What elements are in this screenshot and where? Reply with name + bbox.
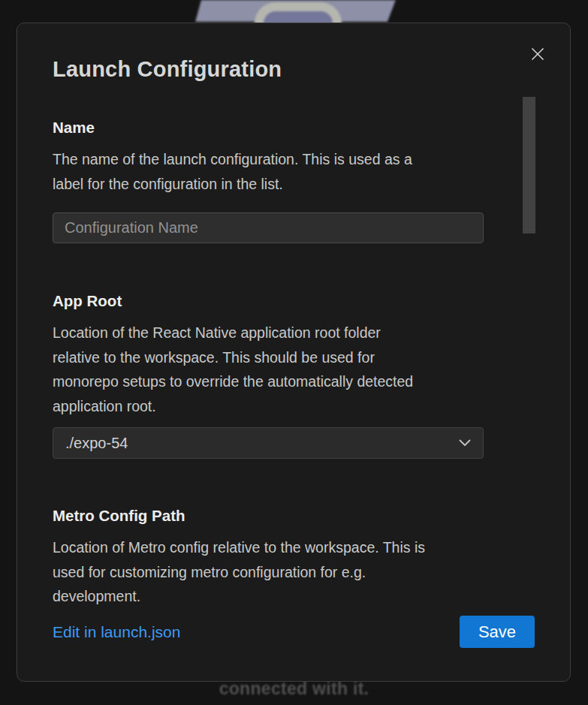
description-line: Location of the React Native application… xyxy=(53,321,484,345)
description-line: monorepo setups to override the automati… xyxy=(53,369,484,394)
section-heading-metro-config-path: Metro Config Path xyxy=(53,505,484,526)
section-description-app-root: Location of the React Native application… xyxy=(53,321,484,418)
chevron-down-icon xyxy=(459,439,471,447)
description-line: development. xyxy=(53,584,484,609)
description-line: label for the configuration in the list. xyxy=(53,172,484,197)
app-root-select[interactable]: ./expo-54 xyxy=(53,427,484,459)
configuration-name-input[interactable] xyxy=(53,212,484,243)
description-line: The name of the launch configuration. Th… xyxy=(53,147,484,172)
section-heading-app-root: App Root xyxy=(53,291,484,312)
close-icon xyxy=(530,47,545,62)
scrollbar-thumb[interactable] xyxy=(523,97,535,233)
description-line: used for customizing metro configuration… xyxy=(53,560,484,585)
background-overflow-text: connected with it. xyxy=(0,679,588,699)
close-button[interactable] xyxy=(528,44,547,64)
description-line: relative to the workspace. This should b… xyxy=(53,345,484,370)
description-line: Location of Metro config relative to the… xyxy=(53,535,484,560)
save-button[interactable]: Save xyxy=(460,616,535,648)
launch-configuration-dialog: Launch Configuration Name The name of th… xyxy=(17,23,571,682)
section-heading-name: Name xyxy=(53,117,484,138)
description-line: application root. xyxy=(53,394,484,419)
edit-in-launch-json-link[interactable]: Edit in launch.json xyxy=(53,623,180,641)
section-description-metro-config-path: Location of Metro config relative to the… xyxy=(53,535,484,609)
dialog-footer: Edit in launch.json Save xyxy=(53,616,535,648)
section-description-name: The name of the launch configuration. Th… xyxy=(53,147,484,196)
app-root-select-value: ./expo-54 xyxy=(65,435,128,452)
dialog-title: Launch Configuration xyxy=(53,56,484,83)
background-phone-icon xyxy=(189,0,407,22)
